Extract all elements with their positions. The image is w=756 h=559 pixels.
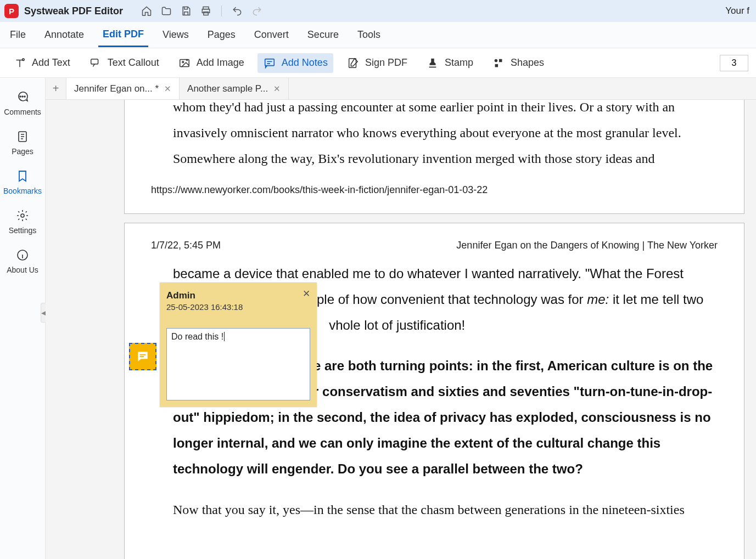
tool-add-image[interactable]: Add Image bbox=[172, 53, 250, 73]
tool-sign-pdf[interactable]: Sign PDF bbox=[341, 53, 413, 73]
bookmark-icon bbox=[15, 169, 30, 183]
shapes-icon bbox=[492, 57, 505, 70]
sidebar-about-label: About Us bbox=[7, 266, 38, 274]
app-title: Systweak PDF Editor bbox=[24, 5, 123, 17]
sidebar-settings-label: Settings bbox=[9, 226, 37, 235]
tab-1-title: Another sample P... bbox=[187, 83, 268, 94]
svg-rect-7 bbox=[265, 59, 275, 65]
separator bbox=[221, 5, 222, 16]
edit-toolbar: Add Text Text Callout Add Image Add Note… bbox=[0, 48, 756, 78]
tool-add-text[interactable]: Add Text bbox=[8, 53, 76, 73]
pdf-page-prev: whom they'd had just a passing encounter… bbox=[124, 100, 744, 214]
sidebar-item-pages[interactable]: Pages bbox=[0, 123, 45, 162]
menu-edit-pdf[interactable]: Edit PDF bbox=[98, 23, 148, 47]
account-label[interactable]: Your f bbox=[725, 5, 752, 16]
svg-rect-5 bbox=[180, 59, 189, 66]
document-area: + Jennifer Egan on... * ✕ Another sample… bbox=[46, 78, 756, 559]
svg-rect-19 bbox=[140, 354, 146, 355]
callout-icon bbox=[89, 57, 102, 70]
sign-icon bbox=[346, 57, 360, 70]
tool-shapes[interactable]: Shapes bbox=[486, 53, 550, 73]
comments-icon bbox=[15, 90, 30, 104]
tab-0[interactable]: Jennifer Egan on... * ✕ bbox=[66, 78, 180, 99]
svg-point-9 bbox=[495, 59, 498, 62]
svg-point-14 bbox=[24, 96, 25, 97]
gear-icon bbox=[15, 208, 30, 223]
svg-point-13 bbox=[22, 96, 23, 97]
note-close-icon[interactable]: ✕ bbox=[303, 288, 310, 300]
page1-body-text: whom they'd had just a passing encounter… bbox=[173, 100, 696, 171]
left-sidebar: Comments Pages Bookmarks Settings About … bbox=[0, 78, 46, 559]
redo-icon[interactable] bbox=[247, 1, 267, 21]
tool-text-callout[interactable]: Text Callout bbox=[83, 53, 165, 73]
sticky-note-anchor[interactable] bbox=[129, 343, 156, 370]
menu-convert[interactable]: Convert bbox=[250, 24, 293, 46]
sidebar-item-comments[interactable]: Comments bbox=[0, 83, 45, 123]
svg-point-16 bbox=[21, 214, 24, 217]
app-logo-icon: P bbox=[4, 4, 19, 18]
note-author: Admin bbox=[166, 290, 310, 301]
sidebar-item-bookmarks[interactable]: Bookmarks bbox=[0, 162, 45, 202]
svg-rect-4 bbox=[91, 59, 98, 64]
sidebar-bookmarks-label: Bookmarks bbox=[3, 187, 42, 195]
text-icon bbox=[13, 57, 26, 70]
menu-tools[interactable]: Tools bbox=[353, 24, 385, 46]
tab-1[interactable]: Another sample P... ✕ bbox=[180, 78, 289, 99]
info-icon bbox=[15, 248, 30, 262]
note-text-input[interactable]: Do read this ! bbox=[166, 328, 310, 400]
save-icon[interactable] bbox=[176, 1, 196, 21]
home-icon[interactable] bbox=[137, 1, 156, 21]
title-bar: P Systweak PDF Editor Your f bbox=[0, 0, 756, 22]
tool-shapes-label: Shapes bbox=[511, 57, 544, 69]
tool-add-notes-label: Add Notes bbox=[282, 57, 328, 69]
page2-header-title: Jennifer Egan on the Dangers of Knowing … bbox=[456, 240, 718, 251]
svg-point-3 bbox=[23, 58, 25, 60]
pages-icon bbox=[15, 129, 30, 144]
tool-add-image-label: Add Image bbox=[197, 57, 244, 69]
open-folder-icon[interactable] bbox=[156, 1, 176, 21]
new-tab-button[interactable]: + bbox=[46, 78, 66, 99]
notes-icon bbox=[263, 57, 276, 70]
tool-stamp[interactable]: Stamp bbox=[421, 53, 479, 73]
tool-stamp-label: Stamp bbox=[445, 57, 473, 69]
menu-annotate[interactable]: Annotate bbox=[40, 24, 88, 46]
menu-file[interactable]: File bbox=[5, 24, 30, 46]
menu-views[interactable]: Views bbox=[158, 24, 193, 46]
page2-timestamp: 1/7/22, 5:45 PM bbox=[151, 240, 221, 251]
sticky-note-popup[interactable]: Admin 25-05-2023 16:43:18 ✕ Do read this… bbox=[160, 283, 317, 407]
tool-add-text-label: Add Text bbox=[32, 57, 70, 69]
sidebar-item-about[interactable]: About Us bbox=[0, 241, 45, 281]
svg-point-12 bbox=[20, 96, 21, 97]
stamp-icon bbox=[426, 57, 439, 70]
image-icon bbox=[178, 57, 191, 70]
page-number-input[interactable]: 3 bbox=[720, 55, 748, 71]
sidebar-comments-label: Comments bbox=[4, 108, 41, 116]
tool-text-callout-label: Text Callout bbox=[108, 57, 159, 69]
page2-para3: Now that you say it, yes—in the sense th… bbox=[173, 497, 718, 523]
tool-add-notes[interactable]: Add Notes bbox=[257, 53, 333, 73]
sidebar-pages-label: Pages bbox=[12, 147, 33, 156]
menu-secure[interactable]: Secure bbox=[303, 24, 343, 46]
svg-point-6 bbox=[182, 61, 184, 63]
undo-icon[interactable] bbox=[227, 1, 247, 21]
sidebar-item-settings[interactable]: Settings bbox=[0, 202, 45, 241]
print-icon[interactable] bbox=[196, 1, 216, 21]
page1-url: https://www.newyorker.com/books/this-wee… bbox=[151, 184, 696, 196]
svg-rect-20 bbox=[140, 356, 144, 357]
tab-strip: + Jennifer Egan on... * ✕ Another sample… bbox=[46, 78, 756, 100]
svg-rect-10 bbox=[499, 59, 502, 62]
menu-bar: File Annotate Edit PDF Views Pages Conve… bbox=[0, 22, 756, 48]
page-viewport[interactable]: whom they'd had just a passing encounter… bbox=[46, 100, 756, 559]
tab-0-title: Jennifer Egan on... * bbox=[74, 83, 159, 94]
svg-rect-2 bbox=[204, 12, 208, 15]
tool-sign-pdf-label: Sign PDF bbox=[365, 57, 407, 69]
svg-rect-11 bbox=[495, 64, 499, 67]
tab-0-close-icon[interactable]: ✕ bbox=[164, 84, 171, 94]
menu-pages[interactable]: Pages bbox=[203, 24, 240, 46]
tab-1-close-icon[interactable]: ✕ bbox=[273, 84, 281, 94]
note-timestamp: 25-05-2023 16:43:18 bbox=[166, 302, 310, 312]
